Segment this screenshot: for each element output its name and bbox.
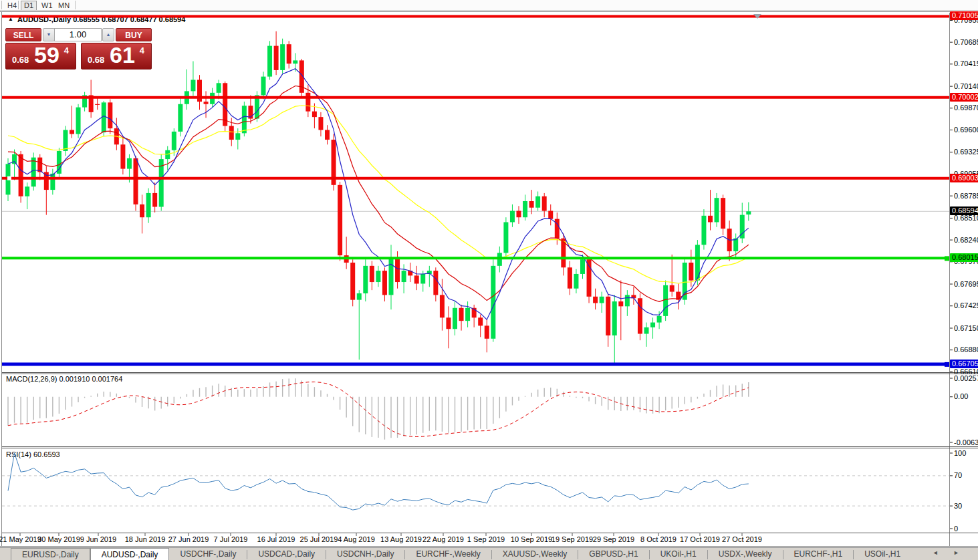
price-axis-tick: 0.67695: [954, 280, 978, 289]
candle: [440, 295, 445, 317]
rsi-axis-tick: 70: [954, 471, 962, 480]
candle: [318, 117, 323, 130]
candle: [465, 308, 470, 321]
candle: [229, 126, 234, 140]
main-price-pane[interactable]: [2, 31, 949, 364]
date-axis-label: 17 Oct 2019: [680, 535, 720, 544]
candle: [172, 132, 176, 150]
candle: [274, 46, 279, 70]
candle: [580, 259, 585, 274]
candle: [63, 130, 68, 151]
date-axis-label: 7 Jul 2019: [214, 535, 248, 544]
price-axis-tick: 0.66880: [954, 345, 978, 354]
candle: [325, 130, 330, 140]
candle: [95, 104, 100, 105]
candle: [663, 285, 668, 316]
candle: [357, 293, 362, 300]
mt4-terminal: { "toolbar": { "timeframes": [ {"label":…: [0, 0, 978, 560]
price-axis-tick: 0.68785: [954, 192, 978, 200]
candle: [50, 174, 55, 190]
price-axis-tick: 0.70140: [954, 82, 978, 91]
candle: [31, 158, 36, 187]
candle: [287, 44, 291, 63]
current-price-label: 0.68594: [950, 206, 978, 215]
candle: [280, 44, 285, 70]
rsi-axis-tick: 100: [954, 449, 966, 458]
candle: [293, 60, 297, 63]
candle: [25, 186, 29, 196]
candle: [453, 308, 457, 329]
candle: [363, 266, 368, 293]
price-level-label: 0.69003: [950, 174, 978, 182]
price-level-label: 0.71005: [950, 11, 978, 20]
date-axis-label: 21 May 2019: [0, 535, 41, 544]
candle: [134, 158, 138, 204]
candle: [37, 158, 42, 172]
price-axis-tick: 0.69600: [954, 126, 978, 134]
date-axis-label: 1 Sep 2019: [467, 535, 505, 544]
price-level-label: 0.68015: [950, 253, 978, 262]
rsi-axis-tick: 30: [954, 502, 962, 511]
rsi-pane[interactable]: [2, 453, 949, 510]
candle: [223, 83, 227, 126]
candle: [542, 196, 547, 211]
candle: [402, 271, 406, 282]
price-axis-tick: 0.70685: [954, 38, 978, 47]
candle: [217, 83, 221, 93]
green-line-handle[interactable]: [945, 256, 949, 261]
candle: [420, 274, 425, 284]
candle: [395, 258, 400, 282]
candle: [108, 102, 112, 128]
candle: [587, 259, 592, 297]
date-axis-label: 4 Aug 2019: [338, 535, 375, 544]
date-axis-label: 16 Jul 2019: [257, 535, 295, 544]
candle: [312, 112, 317, 117]
candle: [242, 106, 247, 133]
date-axis-label: 19 Sep 2019: [552, 535, 593, 544]
blue-line-handle[interactable]: [945, 362, 949, 367]
candle: [446, 317, 451, 329]
price-axis-tick: 0.67150: [954, 324, 978, 333]
price-axis-tick: 0.67425: [954, 301, 978, 310]
candle: [152, 193, 157, 207]
date-axis-label: 8 Oct 2019: [640, 535, 677, 544]
date-axis-label: 25 Jul 2019: [300, 535, 338, 544]
date-axis-label: 9 Jun 2019: [80, 535, 116, 544]
date-axis-label: 18 Jun 2019: [125, 535, 166, 544]
candle: [191, 80, 195, 91]
candle: [389, 258, 394, 295]
candle: [548, 211, 553, 219]
candle: [517, 211, 521, 218]
candle: [305, 93, 310, 112]
candle: [70, 130, 74, 134]
chart-canvas[interactable]: [0, 0, 978, 560]
candle: [235, 133, 240, 140]
date-axis-label: 27 Jun 2019: [168, 535, 209, 544]
candle: [120, 144, 125, 168]
candle: [670, 285, 675, 292]
candle: [529, 201, 534, 208]
candle: [657, 316, 662, 323]
candle: [44, 172, 49, 190]
date-axis-label: 29 Sep 2019: [593, 535, 634, 544]
rsi-axis-tick: 0: [954, 525, 958, 533]
candle: [165, 150, 170, 159]
candle: [376, 271, 380, 282]
red-line-anchor[interactable]: [7, 176, 11, 180]
rsi-line: [8, 453, 749, 510]
candle: [689, 263, 693, 281]
candle: [370, 266, 374, 282]
candle: [510, 211, 515, 223]
price-axis-tick: 0.68240: [954, 236, 978, 245]
candle: [606, 297, 610, 335]
candle: [19, 154, 23, 196]
date-axis-label: 10 Sep 2019: [511, 535, 552, 544]
candle: [433, 271, 438, 295]
macd-pane[interactable]: [8, 378, 749, 440]
candle: [127, 158, 132, 169]
price-axis-tick: 0.69325: [954, 148, 978, 156]
candle: [618, 301, 623, 306]
date-axis-label: 22 Aug 2019: [422, 535, 464, 544]
candle: [523, 201, 527, 217]
macd-axis-tick: 0.00: [954, 392, 968, 401]
